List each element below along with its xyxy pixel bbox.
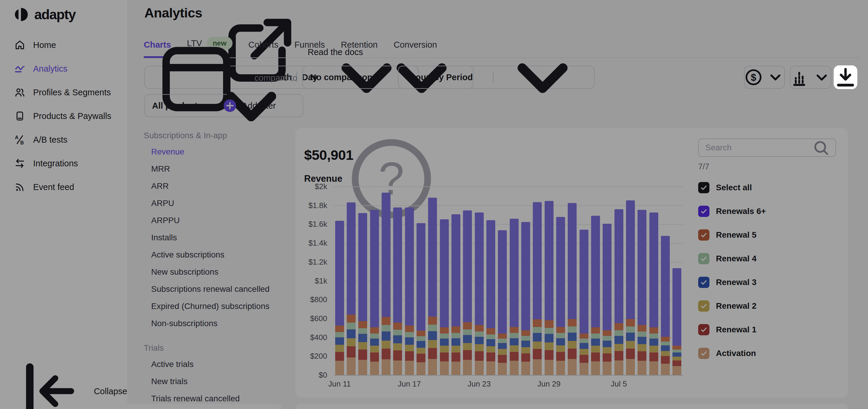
download-button[interactable] [834,65,857,89]
legend-search-input[interactable] [705,143,812,152]
bar-jun-15[interactable] [382,193,391,375]
metric-item-arr[interactable]: ARR [144,178,289,195]
currency-selector-button[interactable]: $ [744,66,785,89]
bar-jul-3[interactable] [591,216,600,375]
bar-jun-29[interactable] [545,201,554,375]
bar-jul-8[interactable] [649,212,658,375]
metric-item-expired-churned-subscriptions[interactable]: Expired (Churned) subscriptions [144,298,289,315]
bar-jul-9[interactable] [661,236,670,375]
bar-jun-13[interactable] [358,213,367,375]
sidebar-item-integrations[interactable]: Integrations [0,151,127,175]
sidebar-item-products-paywalls[interactable]: Products & Paywalls [0,104,127,128]
bar-jul-2[interactable] [580,230,588,375]
bar-segment-activation [463,360,472,375]
legend-checkbox-renewal-3[interactable]: Renewal 3 [698,270,846,294]
metric-item-arppu[interactable]: ARPPU [144,212,289,229]
bar-segment-renewal-1 [393,350,402,360]
bar-jun-28[interactable] [533,202,542,375]
bar-jun-23[interactable] [475,212,484,375]
bar-jun-24[interactable] [486,220,495,375]
bar-segment-renewal-4 [347,323,355,329]
bar-jun-27[interactable] [521,222,530,375]
bar-segment-renewals-6- [510,219,519,327]
metric-item-revenue[interactable]: Revenue [144,143,289,160]
bar-jun-12[interactable] [347,202,355,375]
sidebar-item-profiles-segments[interactable]: Profiles & Segments [0,81,127,104]
bar-jul-5[interactable] [615,209,623,375]
sidebar-item-event-feed[interactable]: Event feed [0,175,127,199]
search-icon[interactable] [812,139,830,157]
group-by-label: Group by Period [406,72,473,82]
metric-item-new-trials[interactable]: New trials [144,373,289,390]
checkbox[interactable] [698,348,709,359]
legend-checkbox-select-all[interactable]: Select all [698,176,846,200]
legend-checkbox-renewal-5[interactable]: Renewal 5 [698,223,846,247]
bar-jul-10[interactable] [673,268,681,375]
bar-jun-11[interactable] [335,221,344,375]
bar-segment-renewal-4 [510,333,519,338]
tab-cohorts[interactable]: Cohorts [249,40,279,58]
bar-jul-6[interactable] [626,200,635,375]
metric-item-installs[interactable]: Installs [144,229,289,246]
bar-segment-activation [335,361,344,375]
bar-jun-18[interactable] [416,223,426,375]
bar-jul-1[interactable] [568,203,577,375]
bar-segment-renewal-4 [556,333,565,338]
checkbox[interactable] [698,182,709,193]
bar-jun-14[interactable] [370,210,379,375]
bar-jun-20[interactable] [440,219,449,375]
bar-jun-19[interactable] [428,198,437,375]
bar-segment-activation [370,362,379,375]
metric-item-mrr[interactable]: MRR [144,160,289,178]
y-tick-label: $1k [298,276,327,285]
bar-jun-16[interactable] [393,207,402,375]
legend-label: Activation [716,349,756,358]
bar-segment-renewal-5 [673,346,681,350]
metric-item-arpu[interactable]: ARPU [144,195,289,212]
metric-item-subscriptions-renewal-cancelled[interactable]: Subscriptions renewal cancelled [144,281,289,298]
chart-type-button[interactable] [790,66,831,89]
bar-segment-renewal-4 [580,339,588,343]
group-by-button[interactable]: Group by Period [398,66,595,89]
bar-jun-26[interactable] [510,219,519,375]
checkbox[interactable] [698,324,709,335]
bar-segment-renewals-6- [615,209,623,323]
checkbox[interactable] [698,206,709,217]
y-tick-label: $600 [298,314,327,323]
bar-jul-7[interactable] [638,210,646,375]
bar-segment-renewal-4 [649,333,658,339]
sidebar-item-a-b-tests[interactable]: ABA/B tests [0,128,127,151]
bar-segment-renewal-2 [440,346,449,352]
sidebar-item-label: Integrations [33,158,78,168]
bar-jun-21[interactable] [452,214,460,375]
remove-group-by-icon[interactable] [477,72,488,83]
legend-checkbox-renewal-4[interactable]: Renewal 4 [698,247,846,270]
bar-jun-30[interactable] [556,217,565,375]
legend-checkbox-renewals-6-[interactable]: Renewals 6+ [698,200,846,223]
sidebar-collapse-button[interactable]: Collapse [14,383,127,400]
bar-jun-22[interactable] [463,210,472,375]
metric-item-non-subscriptions[interactable]: Non-subscriptions [144,315,289,332]
legend-checkbox-renewal-1[interactable]: Renewal 1 [698,318,846,342]
add-filter-button[interactable]: Add filter [223,94,276,117]
legend-checkbox-renewal-2[interactable]: Renewal 2 [698,294,846,318]
sidebar-item-analytics[interactable]: Analytics [0,57,127,81]
bar-jun-25[interactable] [498,230,507,375]
bar-jun-17[interactable] [405,207,414,375]
checkbox[interactable] [698,253,709,264]
bar-segment-renewal-4 [498,339,507,343]
bar-jul-4[interactable] [602,224,612,375]
metric-item-active-subscriptions[interactable]: Active subscriptions [144,246,289,263]
collapse-icon [14,355,86,409]
sidebar-item-home[interactable]: Home [0,33,127,57]
checkbox[interactable] [698,277,709,288]
bar-segment-renewal-5 [370,327,379,333]
metric-item-active-trials[interactable]: Active trials [144,356,289,373]
metric-item-new-subscriptions[interactable]: New subscriptions [144,263,289,281]
sidebar-nav: HomeAnalyticsProfiles & SegmentsProducts… [0,33,127,199]
checkbox[interactable] [698,229,709,241]
legend-checkbox-activation[interactable]: Activation [698,342,846,365]
tab-funnels[interactable]: Funnels [294,40,325,58]
checkbox[interactable] [698,300,709,312]
bar-segment-renewal-3 [452,338,460,346]
